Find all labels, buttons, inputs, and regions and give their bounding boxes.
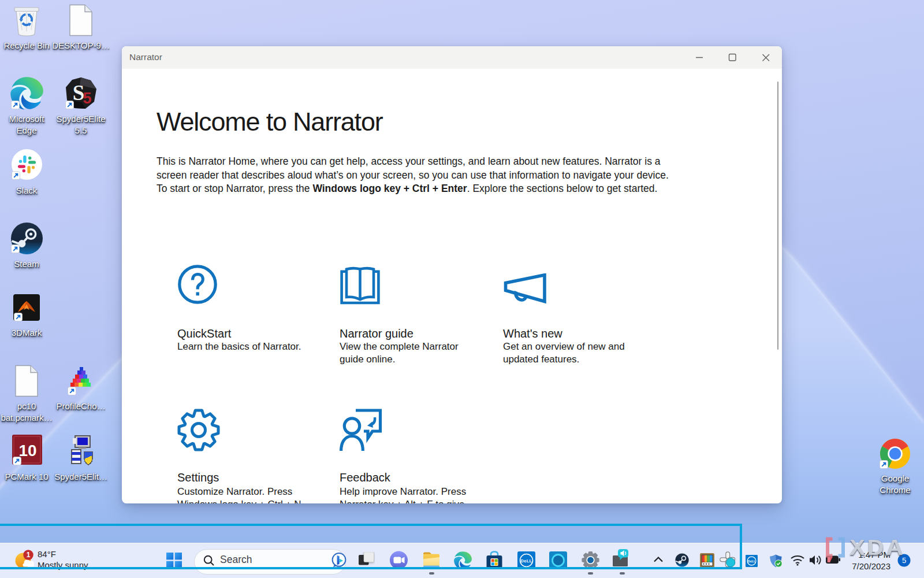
svg-text:5: 5 [83, 90, 91, 107]
svg-text:10: 10 [18, 442, 36, 460]
svg-text:DєLL: DєLL [748, 560, 756, 563]
